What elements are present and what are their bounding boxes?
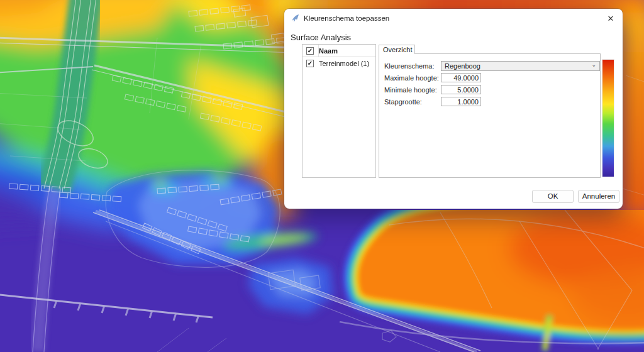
item-checkbox[interactable]: ✓ <box>306 60 314 67</box>
color-scheme-preview-bar <box>602 60 614 177</box>
dialog-titlebar[interactable]: Kleurenschema toepassen ✕ <box>284 9 623 28</box>
dialog-title: Kleurenschema toepassen <box>304 14 389 22</box>
cancel-button[interactable]: Annuleren <box>578 190 619 203</box>
check-icon: ✓ <box>308 47 313 53</box>
min-hoogte-label: Minimale hoogte: <box>384 85 437 95</box>
check-icon: ✓ <box>308 60 313 66</box>
surface-list: ✓ Naam ✓ Terreinmodel (1) <box>302 44 376 178</box>
apply-colorscheme-icon <box>291 14 299 22</box>
max-hoogte-label: Maximale hoogte: <box>384 74 439 83</box>
list-header-row: ✓ Naam <box>303 45 375 57</box>
list-item-label: Terreinmodel (1) <box>319 60 369 67</box>
list-item-terreinmodel[interactable]: ✓ Terreinmodel (1) <box>303 57 375 69</box>
select-all-checkbox[interactable]: ✓ <box>306 47 314 55</box>
max-hoogte-input[interactable] <box>441 73 481 82</box>
kleurenschema-select[interactable]: Regenboog ⌄ <box>441 61 600 71</box>
tab-overzicht[interactable]: Overzicht <box>379 45 415 54</box>
kleurenschema-value: Regenboog <box>445 62 591 70</box>
column-divider <box>318 45 319 57</box>
overzicht-panel: Kleurenschema: Regenboog ⌄ Maximale hoog… <box>379 53 601 178</box>
dialog-kleurenschema-toepassen: Kleurenschema toepassen ✕ Surface Analys… <box>284 9 623 209</box>
ok-button[interactable]: OK <box>532 190 574 203</box>
stapgrootte-label: Stapgrootte: <box>384 97 422 107</box>
chevron-down-icon: ⌄ <box>591 62 596 68</box>
section-title: Surface Analysis <box>291 33 351 42</box>
min-hoogte-input[interactable] <box>441 85 481 94</box>
close-button[interactable]: ✕ <box>604 13 617 25</box>
application-window: Kleurenschema toepassen ✕ Surface Analys… <box>0 0 644 352</box>
stapgrootte-input[interactable] <box>441 97 481 106</box>
kleurenschema-label: Kleurenschema: <box>384 62 435 71</box>
column-header-naam: Naam <box>319 47 338 55</box>
